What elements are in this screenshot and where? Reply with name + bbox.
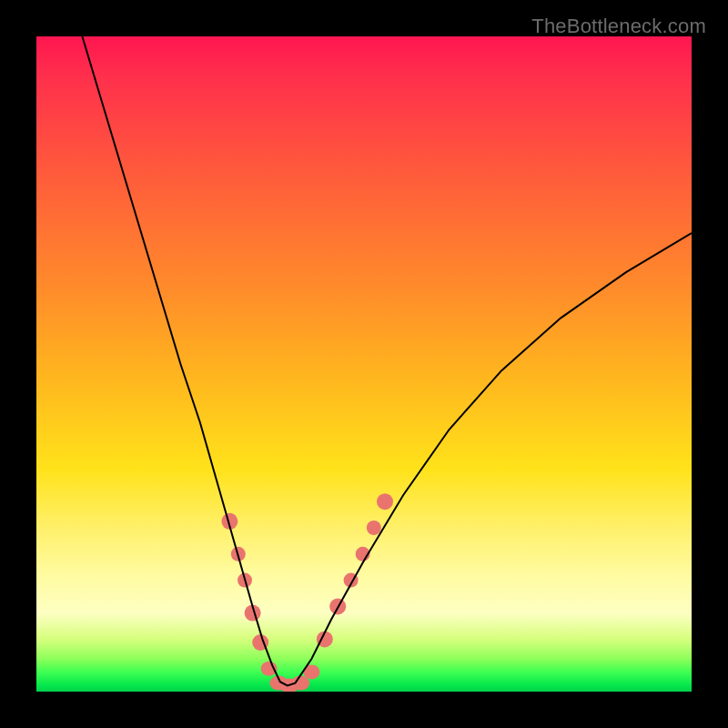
marker-group	[221, 493, 393, 692]
watermark-text: TheBottleneck.com	[531, 15, 706, 38]
chart-frame: TheBottleneck.com	[0, 0, 728, 728]
plot-area	[36, 36, 692, 692]
bottleneck-curve	[82, 36, 692, 686]
marker-dot	[367, 521, 381, 535]
chart-overlay	[36, 36, 692, 692]
marker-dot	[377, 493, 393, 510]
